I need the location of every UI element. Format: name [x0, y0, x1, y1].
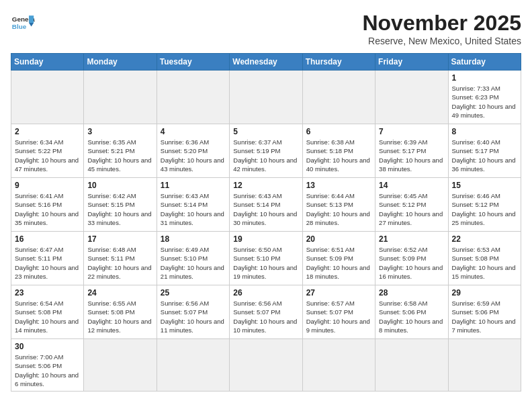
weekday-header-row: SundayMondayTuesdayWednesdayThursdayFrid…	[11, 54, 521, 71]
day-number: 27	[306, 288, 371, 298]
calendar-cell: 20Sunrise: 6:51 AM Sunset: 5:09 PM Dayli…	[302, 232, 375, 285]
cell-info: Sunrise: 6:50 AM Sunset: 5:10 PM Dayligh…	[233, 245, 298, 281]
day-number: 8	[452, 127, 517, 136]
calendar-cell: 30Sunrise: 7:00 AM Sunset: 5:06 PM Dayli…	[11, 339, 84, 392]
day-number: 2	[15, 127, 80, 136]
calendar-cell: 4Sunrise: 6:36 AM Sunset: 5:20 PM Daylig…	[157, 124, 229, 178]
calendar-cell: 18Sunrise: 6:49 AM Sunset: 5:10 PM Dayli…	[157, 232, 229, 285]
cell-info: Sunrise: 6:54 AM Sunset: 5:08 PM Dayligh…	[15, 299, 80, 334]
cell-info: Sunrise: 6:34 AM Sunset: 5:22 PM Dayligh…	[15, 138, 80, 173]
calendar-cell: 5Sunrise: 6:37 AM Sunset: 5:19 PM Daylig…	[230, 124, 302, 178]
cell-info: Sunrise: 6:47 AM Sunset: 5:11 PM Dayligh…	[15, 245, 80, 281]
calendar-week-row: 16Sunrise: 6:47 AM Sunset: 5:11 PM Dayli…	[11, 232, 521, 285]
day-number: 11	[161, 181, 226, 190]
calendar-cell	[375, 339, 448, 392]
day-number: 18	[161, 234, 226, 244]
calendar-cell	[375, 71, 448, 124]
calendar-cell: 19Sunrise: 6:50 AM Sunset: 5:10 PM Dayli…	[230, 232, 302, 285]
calendar-cell: 15Sunrise: 6:46 AM Sunset: 5:12 PM Dayli…	[448, 178, 521, 232]
calendar-cell	[302, 339, 375, 392]
day-number: 9	[15, 181, 80, 190]
calendar-cell: 25Sunrise: 6:56 AM Sunset: 5:07 PM Dayli…	[157, 285, 229, 339]
day-number: 29	[452, 288, 517, 298]
cell-info: Sunrise: 6:48 AM Sunset: 5:11 PM Dayligh…	[87, 245, 152, 281]
weekday-header-saturday: Saturday	[448, 54, 521, 71]
cell-info: Sunrise: 6:52 AM Sunset: 5:09 PM Dayligh…	[379, 245, 444, 281]
calendar-cell: 22Sunrise: 6:53 AM Sunset: 5:08 PM Dayli…	[448, 232, 521, 285]
cell-info: Sunrise: 6:49 AM Sunset: 5:10 PM Dayligh…	[161, 245, 226, 281]
calendar-cell	[84, 339, 157, 392]
day-number: 3	[87, 127, 152, 136]
svg-marker-3	[29, 23, 34, 26]
day-number: 25	[161, 288, 226, 298]
logo: General Blue	[11, 11, 35, 35]
day-number: 28	[379, 288, 444, 298]
svg-text:Blue: Blue	[12, 23, 27, 30]
cell-info: Sunrise: 6:37 AM Sunset: 5:19 PM Dayligh…	[233, 138, 298, 173]
day-number: 6	[306, 127, 371, 136]
day-number: 17	[87, 234, 152, 244]
day-number: 13	[306, 181, 371, 190]
cell-info: Sunrise: 6:53 AM Sunset: 5:08 PM Dayligh…	[452, 245, 517, 281]
weekday-header-thursday: Thursday	[302, 54, 375, 71]
calendar-table: SundayMondayTuesdayWednesdayThursdayFrid…	[11, 53, 521, 392]
calendar-cell: 23Sunrise: 6:54 AM Sunset: 5:08 PM Dayli…	[11, 285, 84, 339]
day-number: 30	[15, 342, 80, 351]
calendar-cell: 13Sunrise: 6:44 AM Sunset: 5:13 PM Dayli…	[302, 178, 375, 232]
calendar-cell: 21Sunrise: 6:52 AM Sunset: 5:09 PM Dayli…	[375, 232, 448, 285]
calendar-cell: 27Sunrise: 6:57 AM Sunset: 5:07 PM Dayli…	[302, 285, 375, 339]
calendar-week-row: 2Sunrise: 6:34 AM Sunset: 5:22 PM Daylig…	[11, 124, 521, 178]
day-number: 20	[306, 234, 371, 244]
calendar-cell: 9Sunrise: 6:41 AM Sunset: 5:16 PM Daylig…	[11, 178, 84, 232]
cell-info: Sunrise: 6:56 AM Sunset: 5:07 PM Dayligh…	[233, 299, 298, 334]
cell-info: Sunrise: 6:43 AM Sunset: 5:14 PM Dayligh…	[233, 191, 298, 227]
cell-info: Sunrise: 6:41 AM Sunset: 5:16 PM Dayligh…	[15, 191, 80, 227]
calendar-cell: 10Sunrise: 6:42 AM Sunset: 5:15 PM Dayli…	[84, 178, 157, 232]
calendar-cell: 6Sunrise: 6:38 AM Sunset: 5:18 PM Daylig…	[302, 124, 375, 178]
day-number: 4	[161, 127, 226, 136]
cell-info: Sunrise: 6:42 AM Sunset: 5:15 PM Dayligh…	[87, 191, 152, 227]
cell-info: Sunrise: 6:57 AM Sunset: 5:07 PM Dayligh…	[306, 299, 371, 334]
calendar-cell: 26Sunrise: 6:56 AM Sunset: 5:07 PM Dayli…	[230, 285, 302, 339]
calendar-cell: 17Sunrise: 6:48 AM Sunset: 5:11 PM Dayli…	[84, 232, 157, 285]
cell-info: Sunrise: 6:44 AM Sunset: 5:13 PM Dayligh…	[306, 191, 371, 227]
day-number: 15	[452, 181, 517, 190]
calendar-cell: 11Sunrise: 6:43 AM Sunset: 5:14 PM Dayli…	[157, 178, 229, 232]
day-number: 26	[233, 288, 298, 298]
calendar-week-row: 23Sunrise: 6:54 AM Sunset: 5:08 PM Dayli…	[11, 285, 521, 339]
calendar-cell	[157, 71, 229, 124]
calendar-cell: 12Sunrise: 6:43 AM Sunset: 5:14 PM Dayli…	[230, 178, 302, 232]
calendar-cell	[84, 71, 157, 124]
cell-info: Sunrise: 6:40 AM Sunset: 5:17 PM Dayligh…	[452, 138, 517, 173]
day-number: 1	[452, 73, 517, 83]
calendar-cell	[11, 71, 84, 124]
calendar-cell: 16Sunrise: 6:47 AM Sunset: 5:11 PM Dayli…	[11, 232, 84, 285]
cell-info: Sunrise: 7:00 AM Sunset: 5:06 PM Dayligh…	[15, 353, 80, 388]
cell-info: Sunrise: 6:58 AM Sunset: 5:06 PM Dayligh…	[379, 299, 444, 334]
cell-info: Sunrise: 6:55 AM Sunset: 5:08 PM Dayligh…	[87, 299, 152, 334]
weekday-header-tuesday: Tuesday	[157, 54, 229, 71]
day-number: 5	[233, 127, 298, 136]
calendar-cell: 14Sunrise: 6:45 AM Sunset: 5:12 PM Dayli…	[375, 178, 448, 232]
calendar-cell	[448, 339, 521, 392]
page-header: General Blue November 2025 Reserve, New …	[11, 11, 521, 46]
calendar-cell: 2Sunrise: 6:34 AM Sunset: 5:22 PM Daylig…	[11, 124, 84, 178]
calendar-cell	[157, 339, 229, 392]
day-number: 14	[379, 181, 444, 190]
calendar-week-row: 1Sunrise: 7:33 AM Sunset: 6:23 PM Daylig…	[11, 71, 521, 124]
day-number: 12	[233, 181, 298, 190]
calendar-week-row: 30Sunrise: 7:00 AM Sunset: 5:06 PM Dayli…	[11, 339, 521, 392]
calendar-cell: 8Sunrise: 6:40 AM Sunset: 5:17 PM Daylig…	[448, 124, 521, 178]
calendar-cell	[230, 339, 302, 392]
title-block: November 2025 Reserve, New Mexico, Unite…	[362, 11, 521, 46]
weekday-header-friday: Friday	[375, 54, 448, 71]
weekday-header-monday: Monday	[84, 54, 157, 71]
svg-marker-2	[29, 15, 34, 23]
cell-info: Sunrise: 6:45 AM Sunset: 5:12 PM Dayligh…	[379, 191, 444, 227]
calendar-cell: 7Sunrise: 6:39 AM Sunset: 5:17 PM Daylig…	[375, 124, 448, 178]
month-title: November 2025	[362, 11, 521, 36]
day-number: 23	[15, 288, 80, 298]
cell-info: Sunrise: 6:36 AM Sunset: 5:20 PM Dayligh…	[161, 138, 226, 173]
calendar-cell	[230, 71, 302, 124]
weekday-header-wednesday: Wednesday	[230, 54, 302, 71]
